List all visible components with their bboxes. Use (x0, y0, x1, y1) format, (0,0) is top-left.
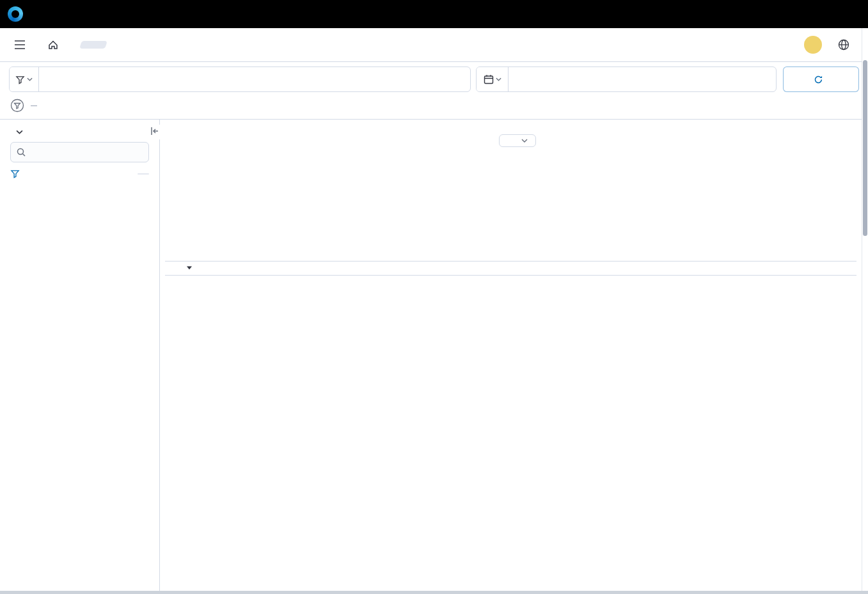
refresh-button[interactable] (783, 66, 859, 92)
discover-main (160, 120, 868, 594)
sort-descending-icon (186, 265, 193, 270)
index-pattern-selector[interactable] (10, 126, 149, 142)
interval-select[interactable] (499, 134, 536, 147)
breadcrumb[interactable] (81, 41, 106, 49)
y-axis (177, 156, 207, 240)
home-icon[interactable] (43, 35, 63, 54)
chevron-down-icon (521, 139, 528, 143)
opensearch-logo-icon (8, 6, 23, 22)
filter-icon (10, 98, 24, 113)
discover-content (0, 120, 868, 594)
vertical-scrollbar[interactable] (862, 28, 868, 594)
chevron-down-icon (496, 77, 501, 81)
search-group (9, 66, 471, 92)
opensearch-dashboards-app (0, 0, 868, 594)
histogram-chart (165, 156, 854, 240)
help-icon[interactable] (833, 35, 854, 55)
saved-query-icon (15, 75, 25, 84)
table-header (165, 262, 856, 276)
calendar-icon (484, 74, 494, 84)
chevron-down-icon (27, 77, 33, 81)
field-search-input[interactable] (30, 148, 143, 157)
chevron-down-icon (16, 130, 23, 134)
filter-by-type-button[interactable] (10, 162, 149, 181)
app-nav-bar (0, 28, 868, 62)
opensearch-home-link[interactable] (8, 6, 32, 22)
date-picker-group (476, 66, 777, 92)
refresh-icon (814, 75, 823, 84)
filter-by-type-count (138, 173, 149, 175)
filter-divider (31, 106, 37, 106)
field-search-box (10, 142, 149, 162)
filter-by-type-icon (10, 169, 20, 178)
y-axis-title (165, 156, 177, 240)
search-icon (17, 148, 26, 157)
chart-header (165, 134, 856, 147)
date-picker-menu-button[interactable] (477, 67, 509, 91)
filter-bar (0, 96, 868, 120)
query-bar (0, 62, 868, 96)
global-header (0, 0, 868, 28)
search-input[interactable] (39, 74, 450, 84)
time-column-header[interactable] (183, 265, 311, 270)
fields-sidebar (0, 120, 160, 594)
scrollbar-thumb[interactable] (863, 60, 867, 236)
chart-plot-area[interactable] (207, 156, 854, 240)
x-axis (207, 244, 814, 254)
documents-table (165, 261, 856, 276)
user-avatar[interactable] (804, 36, 822, 54)
collapse-sidebar-button[interactable] (148, 125, 161, 139)
menu-icon[interactable] (10, 36, 29, 53)
horizontal-scrollbar[interactable] (0, 591, 868, 594)
saved-query-menu-button[interactable] (10, 67, 39, 91)
